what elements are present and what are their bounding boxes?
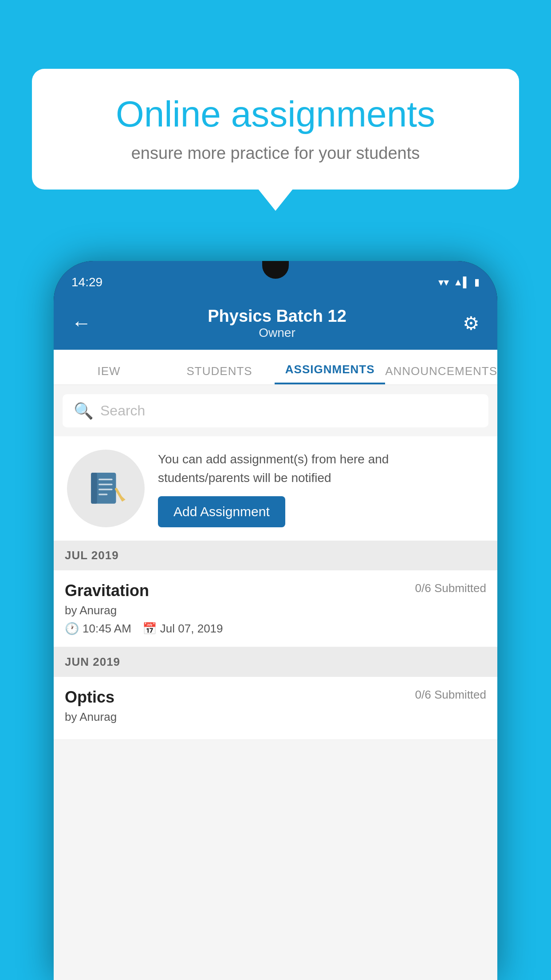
assignment-icon-circle: [67, 450, 145, 527]
clock-icon: 🕐: [65, 622, 79, 636]
section-jul-2019: JUL 2019: [54, 541, 497, 570]
search-bar[interactable]: 🔍 Search: [63, 394, 488, 427]
promo-text-block: You can add assignment(s) from here and …: [158, 450, 484, 527]
tab-announcements[interactable]: ANNOUNCEMENTS: [385, 364, 497, 384]
svg-rect-4: [98, 489, 113, 490]
header-subtitle: Owner: [208, 326, 346, 340]
status-icons: ▾▾ ▲▌ ▮: [438, 276, 480, 288]
gear-icon[interactable]: ⚙: [463, 312, 480, 334]
header-title-block: Physics Batch 12 Owner: [208, 307, 346, 340]
header-title: Physics Batch 12: [208, 307, 346, 326]
bubble-subtext: ensure more practice for your students: [59, 144, 492, 163]
svg-rect-5: [98, 494, 107, 495]
tab-students[interactable]: STUDENTS: [164, 364, 275, 384]
notebook-icon: [86, 469, 126, 509]
status-bar: 14:29 ▾▾ ▲▌ ▮: [54, 261, 497, 296]
assignment-author-gravitation: by Anurag: [65, 604, 486, 617]
back-button[interactable]: ←: [71, 312, 91, 335]
assignment-time: 🕐 10:45 AM: [65, 622, 131, 636]
phone-content: 🔍 Search You can add assignment(s) from …: [54, 385, 497, 980]
speech-bubble: Online assignments ensure more practice …: [32, 69, 519, 190]
svg-rect-2: [98, 478, 113, 480]
assignment-author-optics: by Anurag: [65, 710, 486, 724]
status-time: 14:29: [71, 275, 102, 289]
assignment-date: 📅 Jul 07, 2019: [142, 622, 223, 636]
tabs-bar: IEW STUDENTS ASSIGNMENTS ANNOUNCEMENTS: [54, 350, 497, 385]
svg-rect-3: [98, 483, 113, 485]
svg-rect-1: [91, 473, 97, 504]
assignment-date-value: Jul 07, 2019: [160, 622, 223, 636]
search-placeholder: Search: [100, 403, 145, 419]
phone-frame: 14:29 ▾▾ ▲▌ ▮ ← Physics Batch 12 Owner ⚙…: [54, 261, 497, 980]
tab-iew[interactable]: IEW: [54, 364, 164, 384]
wifi-icon: ▾▾: [438, 276, 449, 288]
assignment-item-gravitation[interactable]: Gravitation 0/6 Submitted by Anurag 🕐 10…: [54, 570, 497, 647]
assignment-item-optics[interactable]: Optics 0/6 Submitted by Anurag: [54, 677, 497, 740]
assignment-title-gravitation: Gravitation: [65, 581, 149, 600]
assignment-time-value: 10:45 AM: [83, 622, 131, 636]
add-assignment-button[interactable]: Add Assignment: [158, 496, 285, 527]
tab-assignments[interactable]: ASSIGNMENTS: [275, 363, 385, 384]
assignment-top-optics: Optics 0/6 Submitted: [65, 688, 486, 707]
section-jun-2019: JUN 2019: [54, 647, 497, 677]
battery-icon: ▮: [474, 277, 480, 288]
assignment-meta-gravitation: 🕐 10:45 AM 📅 Jul 07, 2019: [65, 622, 486, 636]
promo-description: You can add assignment(s) from here and …: [158, 450, 484, 487]
assignment-submitted-optics: 0/6 Submitted: [415, 688, 486, 702]
signal-icon: ▲▌: [453, 277, 470, 288]
promo-card: You can add assignment(s) from here and …: [54, 436, 497, 541]
search-icon: 🔍: [74, 402, 94, 420]
notch-cutout: [262, 261, 289, 279]
bubble-heading: Online assignments: [59, 93, 492, 135]
assignment-title-optics: Optics: [65, 688, 114, 707]
assignment-top: Gravitation 0/6 Submitted: [65, 581, 486, 600]
app-header: ← Physics Batch 12 Owner ⚙: [54, 296, 497, 350]
calendar-icon: 📅: [142, 622, 157, 636]
assignment-submitted-gravitation: 0/6 Submitted: [415, 581, 486, 595]
